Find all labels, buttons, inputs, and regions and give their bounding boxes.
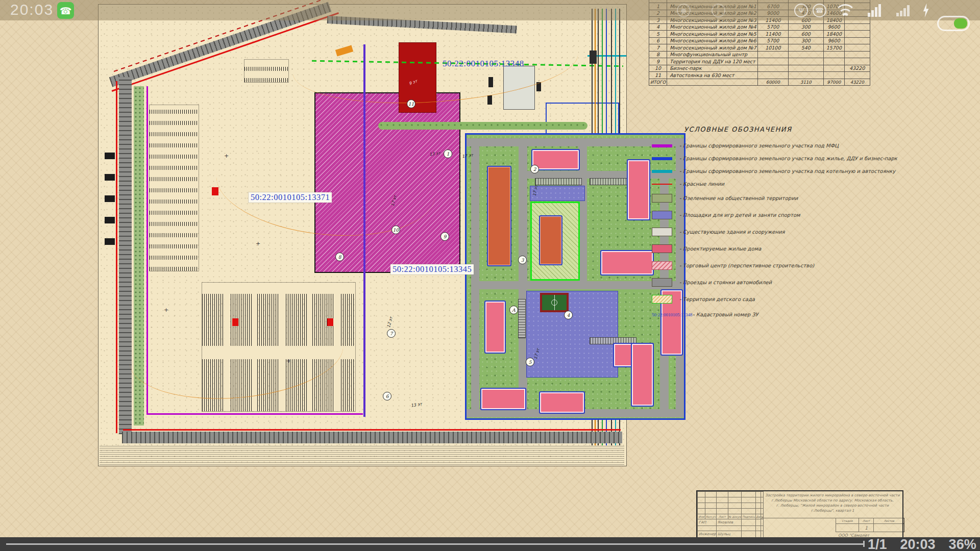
whatsapp-icon[interactable]: ☎ [57,2,74,19]
legend-swatch-hatchtan [652,295,672,304]
road-bottom [122,432,622,443]
legend-item: - Площадки для игр детей и заняти спорто… [652,211,917,219]
charging-bolt-icon [922,3,930,17]
existing-block [105,238,115,245]
building-number-badge: 11 [407,99,415,108]
table-row: 4Многосекционный жилой дом №457003009600 [649,23,870,31]
legend-item: - Границы сформированного земельного уча… [652,168,917,174]
utensils-icon: Ψ [794,4,808,17]
battery-fill [954,18,967,29]
legend-label: - Границы сформированного земельного уча… [679,156,897,161]
legend-item: - Торговый центр (перспективное строител… [652,261,917,270]
building-2 [627,159,650,220]
legend-item: - Существующие здания и сооружения [652,228,917,236]
legend-swatch-line [652,170,672,173]
red-line-bottom [123,429,621,431]
status-bar: 20:03 ☎ ● ◦ Ψ ☎ [0,0,980,20]
survey-cross: + [164,307,168,313]
legend-label: - Торговый центр (перспективное строител… [679,263,814,268]
building-number-badge: 2 [530,165,539,173]
table-row: 9Территория под ДДУ на 120 мест [649,58,870,65]
legend-title: УСЛОВНЫЕ ОБОЗНАЧЕНИЯ [684,126,792,133]
parking-strip [535,179,581,185]
legend-item: - Проезды и стоянки автомобилей [652,278,917,287]
building-number-badge: 9 [440,232,449,241]
legend-swatch-rect [652,278,672,287]
table-row: 8Многофункциональный центр [649,51,870,58]
title-block-area: Изм Кол.уч Лист № докум Подпись Дата ГАП… [697,491,904,540]
building-number-badge: 8 [335,253,344,261]
kindergarten-building-9 [539,215,562,265]
legend-item: - Границы сформированного земельного уча… [652,143,917,148]
building-number-badge: 10 [391,226,400,234]
existing-block [105,195,115,202]
building-number-badge: 5 [526,358,534,366]
legend-item: 50:22:0010105:13348- Кадастровый номер З… [652,312,917,317]
building-5b [631,343,654,407]
legend-swatch-line [652,157,672,160]
parking-strip [519,299,525,338]
phone-icon: ☎ [813,4,826,17]
clock: 20:03 [900,537,936,551]
legend: - Границы сформированного земельного уча… [652,143,917,324]
legend-swatch-rect [652,228,672,236]
embankment-hatch [100,444,624,465]
legend-swatch-rect [652,194,672,203]
mfc-boundary-line [146,413,363,415]
table-row: 7Многосекционный жилой дом №710100540157… [649,44,870,52]
building-8b [539,391,585,414]
existing-shed [487,95,492,105]
table-row: 6Многосекционный жилой дом №657003009600 [649,37,870,44]
notification-icon: ◦ [712,4,725,17]
table-row: 5Многосекционный жилой дом №511400600184… [649,31,870,38]
survey-cross: + [224,153,229,159]
greenery-band [378,122,587,130]
quarter-road [471,138,479,417]
legend-item: - Красные линии [652,181,917,187]
platform-strips [244,60,288,82]
legend-label: - Озеленение на общественной территории [679,195,798,201]
building-7 [484,300,506,354]
floor-label: 12 эт [386,316,394,328]
building-number-badge: 6 [383,392,391,400]
legend-label: - Красные линии [679,181,724,187]
legend-swatch-line [652,144,672,147]
legend-label: - Границы сформированного земельного уча… [679,168,895,174]
legend-swatch-text: 50:22:0010105:13348 [652,312,691,317]
cadastral-label-13345: 50:22:0010105:13345 [390,264,474,274]
cadastral-label-13371: 50:22:0010105:13371 [249,192,332,203]
table-row: ИТОГО6000031109700043220 [649,79,870,86]
legend-item: - Озеленение на общественной территории [652,194,917,203]
legend-swatch-rect [652,211,672,219]
legend-item: - Границы сформированного земельного уча… [652,156,917,161]
legend-label: - Границы сформированного земельного уча… [679,143,839,148]
building-number-badge: А [509,306,518,314]
purple-boundary-line [363,44,365,417]
status-time: 20:03 [10,1,54,18]
bottom-bar: 1/1 20:03 36% [0,537,980,551]
title-block-border [696,490,903,539]
legend-label: - Площадки для игр детей и заняти спорто… [679,212,800,218]
battery-icon [937,16,970,31]
building-number-badge: 4 [564,311,573,319]
building-3 [600,250,654,276]
site-plan-sheet: + + + + + + [98,4,627,466]
notification-icon: ● [677,4,691,17]
scrollbar[interactable] [6,543,864,545]
survey-cross: + [286,358,291,364]
page-indicator: 1/1 [868,537,887,551]
signal-icon [868,4,881,17]
scrollbar-end-tick [863,541,865,547]
legend-swatch-rect [652,244,672,253]
table-row: 11Автостоянка на 630 мест [649,72,870,79]
legend-item: - Территория детского сада [652,295,917,304]
legend-label: - Кадастровый номер ЗУ [693,312,758,317]
legend-swatch-thin [652,184,672,185]
basketball-court [540,293,569,312]
road-left [119,77,132,434]
legend-label: - Проектируемые жилые дома [679,246,761,252]
legend-item: - Проектируемые жилые дома [652,244,917,253]
screen: + + + + + + [0,0,980,551]
signal-icon-2 [896,5,910,16]
red-line-left [116,81,117,433]
